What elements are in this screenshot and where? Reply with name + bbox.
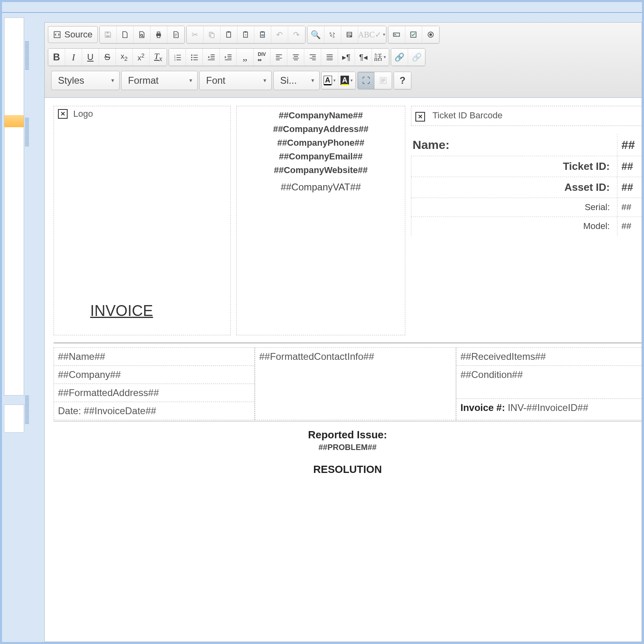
indent-button[interactable] bbox=[220, 49, 237, 66]
link-icon: 🔗 bbox=[394, 52, 405, 62]
resolution-title: RESOLUTION bbox=[54, 463, 642, 476]
preview-button[interactable] bbox=[134, 26, 151, 43]
text-color-button[interactable]: A ▼ bbox=[322, 72, 339, 89]
superscript-button[interactable]: x2 bbox=[133, 49, 150, 66]
blockquote-button[interactable]: „ bbox=[237, 49, 254, 66]
search-icon: 🔍 bbox=[311, 30, 321, 39]
underline-button[interactable]: U bbox=[82, 49, 99, 66]
styles-label: Styles bbox=[58, 75, 84, 86]
underline-icon: U bbox=[87, 52, 94, 62]
bold-button[interactable]: B bbox=[48, 49, 65, 66]
align-justify-button[interactable] bbox=[321, 49, 338, 66]
file-group bbox=[99, 26, 185, 43]
bidi-rtl-icon: ¶◂ bbox=[359, 52, 367, 62]
source-icon bbox=[53, 31, 61, 39]
bullet-list-button[interactable] bbox=[186, 49, 203, 66]
image-placeholder-icon bbox=[415, 112, 425, 122]
svg-line-4 bbox=[142, 36, 144, 37]
size-combo[interactable]: Si... ▼ bbox=[273, 71, 320, 90]
panel-splitter[interactable] bbox=[24, 17, 30, 396]
undo-button[interactable]: ↶ bbox=[271, 26, 288, 43]
align-center-icon bbox=[292, 53, 300, 61]
list-group: 123 „ DIV⇔ ▸¶ ¶◂ 話▼ bbox=[169, 48, 389, 66]
model call: ## bbox=[617, 217, 642, 235]
splitter-collapse-top[interactable] bbox=[25, 41, 29, 70]
company-address: ##CompanyAddress## bbox=[241, 122, 401, 136]
asset-id-label: Asset ID: bbox=[411, 177, 617, 198]
form-icon bbox=[392, 31, 400, 39]
paste-button[interactable] bbox=[221, 26, 237, 43]
bg-color-button[interactable]: A ▼ bbox=[339, 72, 355, 89]
ticket-row-ticket-id: Ticket ID: ## bbox=[411, 156, 642, 177]
bidi-ltr-button[interactable]: ▸¶ bbox=[338, 49, 355, 66]
language-button[interactable]: 話▼ bbox=[372, 49, 389, 66]
toolbar-row-3: Styles ▼ Format ▼ Font ▼ Si... ▼ A bbox=[48, 69, 638, 94]
select-all-button[interactable] bbox=[341, 26, 358, 43]
templates-button[interactable] bbox=[167, 26, 184, 43]
italic-button[interactable]: I bbox=[65, 49, 82, 66]
source-button[interactable]: Source bbox=[48, 26, 98, 43]
div-button[interactable]: DIV⇔ bbox=[254, 49, 270, 66]
company-cell[interactable]: ##CompanyName## ##CompanyAddress## ##Com… bbox=[236, 106, 405, 335]
outdent-button[interactable] bbox=[203, 49, 220, 66]
radio-button[interactable] bbox=[422, 26, 439, 43]
save-button[interactable] bbox=[100, 26, 117, 43]
splitter-grip[interactable] bbox=[25, 118, 29, 146]
print-button[interactable] bbox=[151, 26, 167, 43]
info-col-1: ##Name## ##Company## ##FormattedAddress#… bbox=[54, 348, 255, 420]
paste-word-button[interactable]: W bbox=[254, 26, 271, 43]
received-items: ##ReceivedItems## bbox=[456, 348, 642, 366]
unlink-button[interactable]: 🔗 bbox=[408, 49, 425, 66]
cut-button[interactable]: ✂ bbox=[187, 26, 204, 43]
svg-rect-13 bbox=[227, 32, 231, 37]
italic-icon: I bbox=[72, 52, 75, 63]
divider bbox=[54, 343, 642, 343]
splitter-collapse-bottom[interactable] bbox=[25, 396, 29, 424]
align-center-button[interactable] bbox=[287, 49, 304, 66]
radio-icon bbox=[427, 31, 435, 39]
svg-rect-7 bbox=[157, 36, 160, 38]
copy-button[interactable] bbox=[204, 26, 221, 43]
print-icon bbox=[155, 31, 163, 39]
spellcheck-button[interactable]: ABC✓▼ bbox=[358, 26, 386, 43]
format-combo[interactable]: Format ▼ bbox=[121, 71, 198, 90]
numbered-list-button[interactable]: 123 bbox=[169, 49, 186, 66]
company-name: ##CompanyName## bbox=[241, 109, 401, 122]
redo-button[interactable]: ↷ bbox=[288, 26, 305, 43]
svg-rect-12 bbox=[211, 34, 214, 38]
maximize-button[interactable]: ⛶ bbox=[358, 72, 375, 89]
copy-icon bbox=[208, 31, 216, 39]
new-page-button[interactable] bbox=[117, 26, 134, 43]
find-button[interactable]: 🔍 bbox=[308, 26, 324, 43]
align-right-button[interactable] bbox=[304, 49, 321, 66]
bidi-rtl-button[interactable]: ¶◂ bbox=[355, 49, 372, 66]
ticket-cell[interactable]: Ticket ID Barcode Name: ## Ticket ID: ##… bbox=[411, 106, 642, 335]
svg-rect-28 bbox=[394, 34, 396, 35]
help-button[interactable]: ? bbox=[394, 72, 411, 89]
subscript-button[interactable]: x2 bbox=[116, 49, 133, 66]
editor-content[interactable]: Logo INVOICE ##CompanyName## ##CompanyAd… bbox=[45, 98, 642, 476]
font-combo[interactable]: Font ▼ bbox=[199, 71, 272, 90]
form-button[interactable] bbox=[388, 26, 405, 43]
show-blocks-button[interactable] bbox=[375, 72, 392, 89]
logo-cell[interactable]: Logo INVOICE bbox=[54, 106, 231, 335]
strike-button[interactable]: S bbox=[99, 49, 116, 66]
format-label: Format bbox=[128, 75, 159, 86]
company-vat: ##CompanyVAT## bbox=[241, 180, 401, 194]
color-bar bbox=[341, 84, 349, 85]
name-value: ## bbox=[617, 134, 642, 156]
left-panel-selection[interactable] bbox=[4, 115, 24, 127]
svg-rect-1 bbox=[106, 35, 109, 37]
align-left-button[interactable] bbox=[270, 49, 287, 66]
model-label: Model: bbox=[411, 217, 617, 235]
ticket-id-value: ## bbox=[617, 156, 642, 177]
toolbar: Source ✂ T W ↶ ↷ bbox=[45, 23, 642, 98]
remove-format-button[interactable]: Tx bbox=[150, 49, 167, 66]
save-icon bbox=[104, 31, 112, 39]
checkbox-button[interactable] bbox=[405, 26, 422, 43]
paste-text-button[interactable]: T bbox=[237, 26, 254, 43]
left-panel bbox=[4, 17, 24, 396]
styles-combo[interactable]: Styles ▼ bbox=[51, 71, 120, 90]
link-button[interactable]: 🔗 bbox=[391, 49, 408, 66]
replace-button[interactable]: ab bbox=[324, 26, 341, 43]
